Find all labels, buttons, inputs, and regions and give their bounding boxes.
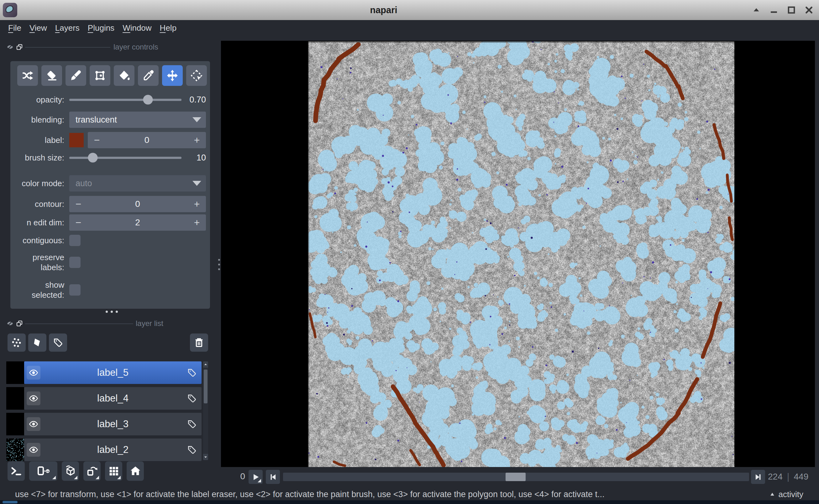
new-points-layer-button[interactable] [8, 333, 26, 352]
preserve-labels-label: preserve labels: [17, 252, 64, 273]
hide-dock-icon[interactable] [6, 43, 14, 51]
fill-bucket-tool-button[interactable] [114, 65, 134, 86]
skip-to-end-button[interactable] [751, 470, 765, 484]
scroll-down-icon[interactable] [203, 454, 208, 460]
eraser-tool-button[interactable] [41, 65, 62, 86]
menu-file[interactable]: File [4, 23, 25, 33]
delete-layer-button[interactable] [190, 333, 208, 352]
menu-view[interactable]: View [25, 23, 51, 33]
color-picker-tool-button[interactable] [138, 65, 159, 86]
activity-toggle[interactable]: activity [769, 490, 803, 499]
grid-view-button[interactable] [105, 461, 122, 481]
color-mode-label: color mode: [17, 178, 64, 189]
new-labels-layer-button[interactable] [49, 333, 67, 352]
layer-row-label_5[interactable]: label_5 [24, 361, 202, 384]
skip-to-start-button[interactable] [266, 470, 280, 484]
console-icon [10, 465, 23, 477]
label-spinbox: − 0 + [88, 132, 206, 148]
hide-dock-icon[interactable] [6, 320, 14, 327]
opacity-slider-handle[interactable] [143, 95, 153, 105]
label-value[interactable]: 0 [106, 135, 188, 145]
layer-row-label_4[interactable]: label_4 [24, 387, 202, 410]
activity-label: activity [779, 490, 803, 499]
bottom-progress-chip [3, 501, 18, 503]
labels-layer-type-icon [186, 367, 197, 378]
blending-row: blending: translucent [17, 112, 206, 128]
pan-arrows-tool-button[interactable] [162, 65, 183, 86]
n-edit-dim-value[interactable]: 2 [87, 218, 188, 228]
label-color-swatch[interactable] [69, 133, 84, 147]
napari-window: napari FileViewLayersPluginsWindowHelp [0, 0, 819, 504]
menu-layers[interactable]: Layers [51, 23, 84, 33]
dimension-axis-label: 0 [236, 471, 245, 481]
opacity-row: opacity: 0.70 [17, 92, 206, 108]
contiguous-checkbox[interactable] [69, 235, 81, 246]
image-with-labels[interactable] [308, 41, 734, 467]
home-reset-view-button[interactable] [127, 461, 144, 481]
color-mode-select[interactable]: auto [69, 175, 206, 192]
roll-dimensions-button[interactable] [62, 461, 79, 481]
roll-dimensions-icon [64, 465, 77, 477]
label-label: label: [17, 135, 64, 145]
brush-size-slider[interactable] [69, 157, 181, 159]
brush-size-value: 10 [186, 153, 206, 163]
preserve-labels-checkbox[interactable] [69, 257, 81, 268]
color-mode-value: auto [76, 179, 92, 188]
label-tools-row [17, 65, 207, 86]
polygon-tool-button[interactable] [90, 65, 110, 86]
layer-thumbnail [6, 438, 24, 461]
chevron-down-icon [192, 117, 201, 122]
ndisplay-toggle-button[interactable] [29, 461, 57, 481]
paint-brush-tool-button[interactable] [66, 65, 86, 86]
console-button[interactable] [8, 461, 25, 481]
menu-window[interactable]: Window [118, 23, 155, 33]
play-button[interactable] [249, 470, 263, 484]
blending-value: translucent [76, 115, 117, 125]
shuffle-colors-tool-button[interactable] [17, 65, 38, 86]
new-shapes-layer-button[interactable] [28, 333, 46, 352]
show-selected-checkbox[interactable] [69, 284, 81, 296]
scrollbar-thumb[interactable] [204, 370, 207, 403]
transform-tool-button[interactable] [186, 65, 207, 86]
viewer-canvas[interactable] [221, 41, 815, 467]
blending-select[interactable]: translucent [69, 112, 206, 128]
close-button[interactable] [803, 4, 815, 16]
label-decrement-button[interactable]: − [88, 132, 106, 148]
layer-thumbnail [6, 387, 24, 410]
contour-value[interactable]: 0 [87, 199, 188, 209]
paint-brush-icon [69, 69, 82, 82]
minimize-button[interactable] [768, 4, 780, 16]
n-edit-dim-spinbox: − 2 + [69, 214, 206, 231]
triangle-up-icon [769, 491, 775, 497]
show-selected-row: show selected: [17, 277, 206, 303]
n-edit-dim-decrement-button[interactable]: − [69, 214, 87, 231]
layer-list-scrollbar[interactable] [203, 361, 208, 460]
shade-button[interactable] [750, 4, 763, 16]
dock-splitter-handle[interactable] [218, 259, 220, 270]
contour-decrement-button[interactable]: − [69, 196, 87, 212]
layer-thumbnail [6, 413, 24, 435]
n-edit-dim-increment-button[interactable]: + [188, 214, 206, 231]
opacity-slider[interactable] [69, 99, 181, 101]
panel-resize-handle[interactable] [106, 311, 118, 313]
label-increment-button[interactable]: + [188, 132, 206, 148]
labels-layer-type-icon [186, 419, 197, 429]
layer-thumbnail [6, 361, 24, 384]
float-dock-icon[interactable] [16, 320, 23, 327]
layer-controls-title: layer controls [113, 43, 158, 51]
layer-name: label_4 [24, 387, 202, 410]
layer-name: label_2 [24, 438, 202, 461]
contour-increment-button[interactable]: + [188, 196, 206, 212]
maximize-button[interactable] [785, 4, 798, 16]
transpose-dimensions-button[interactable] [83, 461, 101, 481]
dims-slider-track[interactable] [283, 473, 749, 481]
scroll-up-icon[interactable] [203, 361, 208, 368]
layer-row-label_2[interactable]: label_2 [24, 438, 202, 461]
menu-help[interactable]: Help [156, 23, 181, 33]
brush-size-slider-handle[interactable] [88, 153, 98, 163]
dims-slider-handle[interactable] [506, 473, 526, 481]
layer-row-label_3[interactable]: label_3 [24, 413, 202, 435]
float-dock-icon[interactable] [16, 43, 23, 51]
color-picker-icon [142, 69, 155, 82]
menu-plugins[interactable]: Plugins [84, 23, 118, 33]
